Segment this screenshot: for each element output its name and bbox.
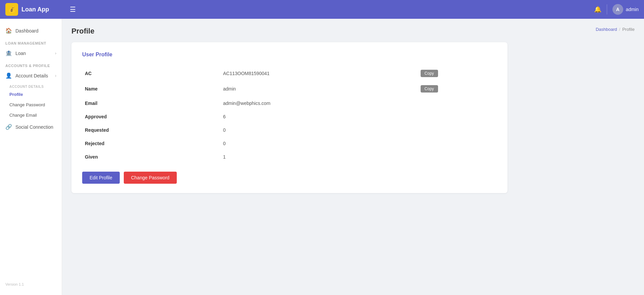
navbar-user[interactable]: A admin [612, 4, 639, 15]
field-value: 1 [220, 150, 418, 164]
field-action [418, 150, 497, 164]
edit-profile-button[interactable]: Edit Profile [82, 172, 120, 184]
sidebar-dashboard-label: Dashboard [15, 28, 39, 34]
layout: 🏠 Dashboard Loan Management 🏦 Loan › Acc… [0, 19, 644, 295]
field-label: Given [82, 150, 220, 164]
sidebar-item-dashboard[interactable]: 🏠 Dashboard [0, 24, 62, 37]
sidebar-social-label: Social Connection [15, 124, 53, 130]
main-content: Profile Dashboard / Profile User Profile… [62, 19, 644, 295]
navbar: 💰 Loan App ☰ 🔔 A admin [0, 0, 644, 19]
menu-toggle[interactable]: ☰ [67, 4, 78, 15]
sidebar-item-profile[interactable]: Profile [0, 89, 62, 100]
notification-bell[interactable]: 🔔 [594, 6, 601, 13]
breadcrumb-current: Profile [622, 27, 635, 32]
table-row: Rejected0 [82, 137, 497, 150]
field-action [418, 137, 497, 150]
field-label: Name [82, 81, 220, 97]
field-value: 6 [220, 110, 418, 123]
field-value: 0 [220, 137, 418, 150]
table-row: Given1 [82, 150, 497, 164]
breadcrumb-parent[interactable]: Dashboard [596, 27, 617, 32]
field-action [418, 97, 497, 110]
table-row: Requested0 [82, 123, 497, 137]
sidebar-loan-label: Loan [15, 51, 26, 56]
change-password-button[interactable]: Change Password [124, 172, 177, 184]
sidebar-sub-section-label: Account Details [0, 82, 62, 89]
sidebar-account-label: Account Details [15, 73, 48, 78]
dashboard-icon: 🏠 [5, 27, 12, 34]
account-chevron-icon: › [55, 73, 56, 78]
profile-card: User Profile ACAC113OOM81590041CopyNamea… [71, 42, 507, 193]
table-row: ACAC113OOM81590041Copy [82, 66, 497, 81]
field-action: Copy [418, 66, 497, 81]
field-label: Email [82, 97, 220, 110]
breadcrumb-separator: / [619, 27, 621, 32]
field-action [418, 110, 497, 123]
sidebar-item-loan[interactable]: 🏦 Loan › [0, 47, 62, 60]
sidebar-section-accounts: Accounts & Profile [0, 60, 62, 69]
sidebar-item-social-connection[interactable]: 🔗 Social Connection [0, 120, 62, 133]
copy-button[interactable]: Copy [421, 70, 438, 77]
field-label: Approved [82, 110, 220, 123]
table-row: Emailadmin@webphics.com [82, 97, 497, 110]
table-row: NameadminCopy [82, 81, 497, 97]
field-value: AC113OOM81590041 [220, 66, 418, 81]
field-value: admin@webphics.com [220, 97, 418, 110]
breadcrumb: Dashboard / Profile [596, 27, 635, 32]
sidebar-item-account-details[interactable]: 👤 Account Details › [0, 69, 62, 82]
avatar: A [612, 4, 623, 15]
table-row: Approved6 [82, 110, 497, 123]
sidebar-item-change-email[interactable]: Change Email [0, 110, 62, 120]
account-icon: 👤 [5, 72, 12, 79]
sidebar: 🏠 Dashboard Loan Management 🏦 Loan › Acc… [0, 19, 62, 295]
loan-chevron-icon: › [55, 51, 56, 56]
profile-table: ACAC113OOM81590041CopyNameadminCopyEmail… [82, 66, 497, 164]
sidebar-version: Version 1.1 [0, 279, 62, 290]
username-label: admin [626, 7, 639, 12]
card-title: User Profile [82, 52, 497, 58]
navbar-right: 🔔 A admin [594, 4, 639, 15]
profile-actions: Edit Profile Change Password [82, 172, 497, 184]
field-label: Requested [82, 123, 220, 137]
loan-icon: 🏦 [5, 50, 12, 56]
navbar-divider [607, 4, 607, 14]
sidebar-sub-account: Account Details Profile Change Password … [0, 82, 62, 120]
field-action [418, 123, 497, 137]
field-value: admin [220, 81, 418, 97]
page-title: Profile [71, 27, 94, 36]
field-label: Rejected [82, 137, 220, 150]
copy-button[interactable]: Copy [421, 85, 438, 93]
field-action: Copy [418, 81, 497, 97]
social-icon: 🔗 [5, 124, 12, 130]
page-header: Profile Dashboard / Profile [71, 27, 635, 36]
sidebar-section-loan-mgmt: Loan Management [0, 37, 62, 47]
sidebar-item-change-password[interactable]: Change Password [0, 100, 62, 110]
app-logo: 💰 [5, 3, 18, 16]
app-name: Loan App [21, 6, 49, 13]
field-value: 0 [220, 123, 418, 137]
field-label: AC [82, 66, 220, 81]
navbar-brand: 💰 Loan App [5, 3, 66, 16]
